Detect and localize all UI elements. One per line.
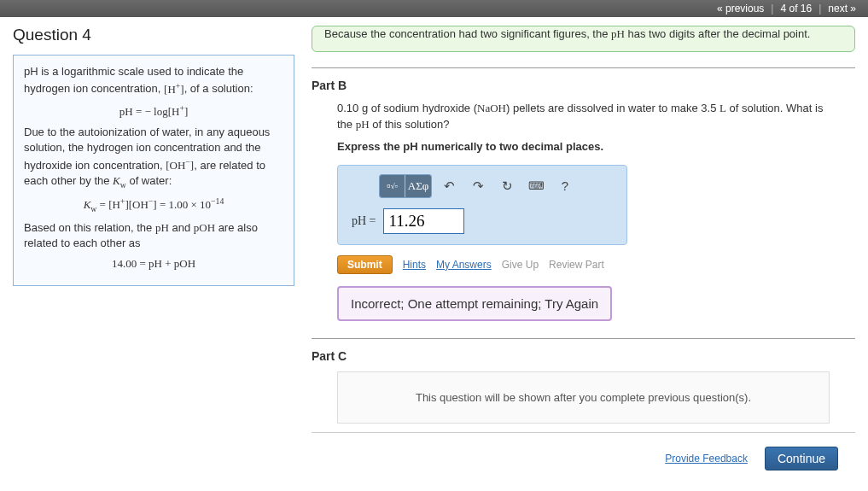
- math-toolbar: ▫√▫ ΑΣφ ↶ ↷ ↻ ⌨ ?: [379, 174, 618, 198]
- part-c-body: This question will be shown after you co…: [337, 371, 830, 424]
- incorrect-feedback: Incorrect; One attempt remaining; Try Ag…: [337, 286, 612, 321]
- part-divider: [312, 67, 855, 68]
- answer-row: pH =: [352, 208, 618, 234]
- actions-row: Submit Hints My Answers Give Up Review P…: [337, 255, 830, 274]
- continue-button[interactable]: Continue: [765, 447, 838, 471]
- reset-button[interactable]: ↻: [495, 175, 519, 197]
- next-link[interactable]: next »: [828, 3, 856, 15]
- info-para-1: pH is a logarithmic scale used to indica…: [24, 64, 283, 97]
- question-info-box: pH is a logarithmic scale used to indica…: [13, 55, 294, 286]
- answer-box: ▫√▫ ΑΣφ ↶ ↷ ↻ ⌨ ? pH =: [337, 165, 627, 245]
- top-nav: « previous | 4 of 16 | next »: [0, 0, 868, 17]
- part-c-label: Part C: [312, 349, 855, 363]
- info-para-3: Based on this relation, the pH and pOH a…: [24, 220, 283, 251]
- part-divider: [312, 338, 855, 339]
- part-b-label: Part B: [312, 79, 855, 92]
- part-b-body: 0.10 g of sodium hydroxide (NaOH) pellet…: [312, 101, 855, 338]
- undo-button[interactable]: ↶: [437, 175, 461, 197]
- equation-phpoh: 14.00 = pH + pOH: [24, 256, 283, 272]
- right-column: Correct Because the concentration had tw…: [312, 26, 855, 479]
- question-title: Question 4: [13, 26, 294, 44]
- prev-link[interactable]: « previous: [717, 3, 764, 15]
- nav-count: 4 of 16: [780, 3, 812, 15]
- hints-link[interactable]: Hints: [403, 259, 426, 271]
- part-b-instruction: Express the pH numerically to two decima…: [337, 140, 830, 153]
- give-up-link[interactable]: Give Up: [502, 259, 539, 271]
- left-column: Question 4 pH is a logarithmic scale use…: [13, 26, 294, 479]
- part-b-question: 0.10 g of sodium hydroxide (NaOH) pellet…: [337, 101, 830, 133]
- correct-text: Because the concentration had two signif…: [324, 27, 842, 41]
- answer-lhs: pH =: [352, 214, 376, 228]
- info-para-2: Due to the autoionization of water, in a…: [24, 125, 283, 190]
- correct-feedback-box: Correct Because the concentration had tw…: [312, 26, 855, 52]
- equation-kw: Kw = [H+][OH−] = 1.00 × 10−14: [24, 196, 283, 215]
- help-button[interactable]: ?: [553, 175, 577, 197]
- tool-group-templates: ▫√▫ ΑΣφ: [379, 174, 432, 198]
- templates-button[interactable]: ▫√▫: [380, 175, 405, 197]
- main-content: Question 4 pH is a logarithmic scale use…: [0, 17, 868, 491]
- review-part-link[interactable]: Review Part: [549, 259, 604, 271]
- footer-row: Provide Feedback Continue: [312, 432, 855, 479]
- provide-feedback-link[interactable]: Provide Feedback: [665, 453, 748, 465]
- equation-ph: pH = − log[H+]: [24, 102, 283, 120]
- keyboard-button[interactable]: ⌨: [524, 175, 548, 197]
- submit-button[interactable]: Submit: [337, 255, 393, 274]
- nav-divider: |: [818, 3, 821, 15]
- greek-button[interactable]: ΑΣφ: [405, 175, 431, 197]
- redo-button[interactable]: ↷: [466, 175, 490, 197]
- nav-divider: |: [771, 3, 773, 15]
- answer-input[interactable]: [383, 208, 464, 234]
- my-answers-link[interactable]: My Answers: [436, 259, 492, 271]
